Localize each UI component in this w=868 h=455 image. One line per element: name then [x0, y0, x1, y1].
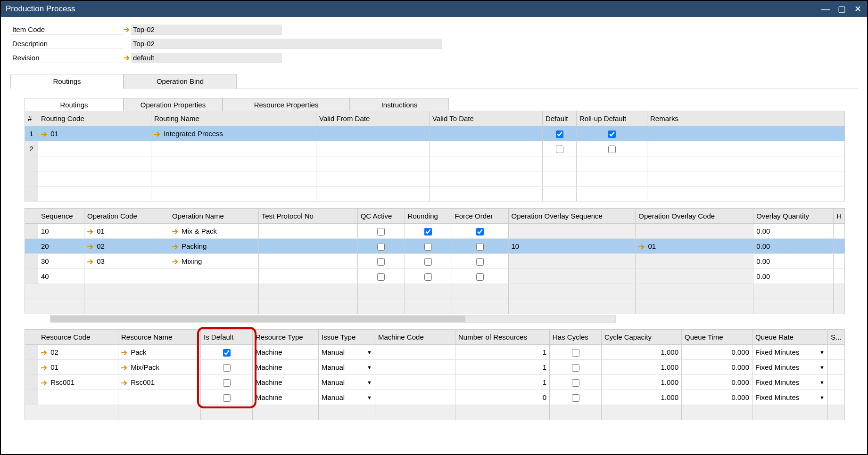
scrollbar-thumb[interactable] — [50, 316, 465, 322]
overlay-qty-cell[interactable]: 0.00 — [753, 239, 834, 254]
col-res-name[interactable]: Resource Name — [118, 330, 201, 345]
issue-type-cell[interactable]: Manual▼ — [319, 360, 375, 375]
checkbox[interactable] — [377, 243, 385, 251]
col-has-cycles[interactable]: Has Cycles — [550, 330, 602, 345]
col-sequence[interactable]: Sequence — [38, 209, 84, 224]
overlay-code-cell[interactable]: 01 — [636, 239, 753, 254]
num-res-cell[interactable]: 1 — [455, 375, 550, 390]
checkbox[interactable] — [608, 146, 616, 153]
op-code-cell[interactable]: 01 — [84, 224, 169, 239]
table-row[interactable]: 10 01 Mix & Pack0.00 — [25, 224, 845, 239]
issue-type-cell[interactable]: Manual▼ — [319, 375, 375, 390]
link-arrow-icon[interactable] — [121, 365, 129, 371]
tab-routings[interactable]: Routings — [10, 74, 124, 89]
col-queue-time[interactable]: Queue Time — [682, 330, 752, 345]
description-field[interactable]: Top-02 — [131, 39, 442, 49]
qrate-cell[interactable]: Fixed Minutes▼ — [752, 390, 828, 405]
table-row[interactable]: 20 02 Packing10 010.00 — [25, 239, 845, 254]
res-code-cell[interactable] — [38, 390, 118, 405]
dropdown-icon[interactable]: ▼ — [819, 395, 825, 400]
dropdown-icon[interactable]: ▼ — [367, 365, 372, 370]
overlay-seq-cell[interactable] — [508, 254, 636, 269]
col-overlay-code[interactable]: Operation Overlay Code — [636, 209, 753, 224]
col-issue-type[interactable]: Issue Type — [319, 330, 375, 345]
issue-type-cell[interactable]: Manual▼ — [319, 390, 375, 405]
checkbox[interactable] — [424, 243, 432, 251]
link-arrow-icon[interactable] — [124, 55, 131, 61]
col-overlay-qty[interactable]: Overlay Quantity — [753, 209, 834, 224]
col-num-resources[interactable]: Number of Resources — [455, 330, 550, 345]
overlay-qty-cell[interactable]: 0.00 — [753, 254, 834, 269]
table-row[interactable]: 01 Mix/PackMachineManual▼11.0000.000Fixe… — [25, 360, 845, 375]
tab-operation-bind[interactable]: Operation Bind — [124, 74, 237, 89]
table-row[interactable]: MachineManual▼01.0000.000Fixed Minutes▼ — [25, 390, 845, 405]
col-is-default[interactable]: Is Default — [201, 330, 253, 345]
cap-cell[interactable]: 1.000 — [602, 345, 682, 360]
res-code-cell[interactable]: Rsc001 — [38, 375, 118, 390]
op-name-cell[interactable]: Mix & Pack — [169, 224, 258, 239]
link-arrow-icon[interactable] — [87, 259, 95, 265]
col-last-res[interactable]: S... — [828, 330, 845, 345]
overlay-code-cell[interactable] — [636, 254, 753, 269]
overlay-seq-cell[interactable] — [508, 269, 636, 284]
link-arrow-icon[interactable] — [41, 131, 49, 138]
item-code-field[interactable]: Top-02 — [131, 24, 282, 35]
cap-cell[interactable]: 1.000 — [602, 375, 682, 390]
overlay-seq-cell[interactable] — [508, 224, 636, 239]
issue-type-cell[interactable]: Manual▼ — [319, 345, 375, 360]
dropdown-icon[interactable]: ▼ — [819, 380, 825, 385]
link-arrow-icon[interactable] — [638, 244, 646, 250]
col-qc-active[interactable]: QC Active — [357, 209, 405, 224]
op-code-cell[interactable]: 02 — [84, 239, 169, 254]
link-arrow-icon[interactable] — [121, 349, 129, 356]
checkbox[interactable] — [424, 228, 432, 236]
link-arrow-icon[interactable] — [172, 228, 180, 235]
res-name-cell[interactable]: Pack — [118, 345, 201, 360]
res-name-cell[interactable]: Rsc001 — [118, 375, 201, 390]
checkbox[interactable] — [377, 228, 385, 236]
checkbox[interactable] — [377, 258, 385, 266]
col-overlay-seq[interactable]: Operation Overlay Sequence — [508, 209, 636, 224]
link-arrow-icon[interactable] — [124, 26, 131, 33]
checkbox[interactable] — [556, 146, 563, 153]
checkbox[interactable] — [476, 228, 484, 236]
checkbox[interactable] — [223, 349, 231, 357]
res-type-cell[interactable]: Machine — [253, 375, 319, 390]
res-code-cell[interactable]: 02 — [38, 345, 118, 360]
seq-cell[interactable]: 30 — [38, 254, 84, 269]
overlay-code-cell[interactable] — [636, 269, 753, 284]
col-remarks[interactable]: Remarks — [647, 111, 845, 126]
link-arrow-icon[interactable] — [87, 228, 95, 235]
checkbox[interactable] — [476, 258, 484, 266]
dropdown-icon[interactable]: ▼ — [819, 349, 825, 355]
col-rollup[interactable]: Roll-up Default — [577, 111, 647, 126]
dropdown-icon[interactable]: ▼ — [367, 349, 372, 355]
checkbox[interactable] — [476, 243, 484, 251]
table-row[interactable]: 400.00 — [25, 269, 845, 284]
checkbox[interactable] — [572, 394, 579, 402]
col-default[interactable]: Default — [543, 111, 577, 126]
qtime-cell[interactable]: 0.000 — [682, 345, 752, 360]
col-valid-from[interactable]: Valid From Date — [316, 111, 430, 126]
checkbox[interactable] — [223, 379, 231, 387]
num-res-cell[interactable]: 0 — [455, 390, 550, 405]
dropdown-icon[interactable]: ▼ — [819, 365, 825, 370]
checkbox[interactable] — [572, 349, 579, 357]
seq-cell[interactable]: 40 — [38, 269, 84, 284]
dropdown-icon[interactable]: ▼ — [367, 395, 372, 400]
table-row[interactable]: Rsc001 Rsc001MachineManual▼11.0000.000Fi… — [25, 375, 845, 390]
checkbox[interactable] — [424, 258, 432, 266]
subtab-operation-properties[interactable]: Operation Properties — [124, 98, 223, 111]
col-queue-rate[interactable]: Queue Rate — [752, 330, 828, 345]
routing-code-cell[interactable] — [38, 141, 151, 156]
qtime-cell[interactable]: 0.000 — [682, 390, 752, 405]
link-arrow-icon[interactable] — [87, 244, 95, 250]
col-valid-to[interactable]: Valid To Date — [430, 111, 543, 126]
link-arrow-icon[interactable] — [172, 244, 180, 250]
col-last[interactable]: H — [834, 209, 845, 224]
qrate-cell[interactable]: Fixed Minutes▼ — [752, 360, 828, 375]
col-routing-name[interactable]: Routing Name — [151, 111, 316, 126]
overlay-qty-cell[interactable]: 0.00 — [753, 224, 834, 239]
link-arrow-icon[interactable] — [41, 380, 49, 386]
subtab-resource-properties[interactable]: Resource Properties — [223, 98, 350, 111]
